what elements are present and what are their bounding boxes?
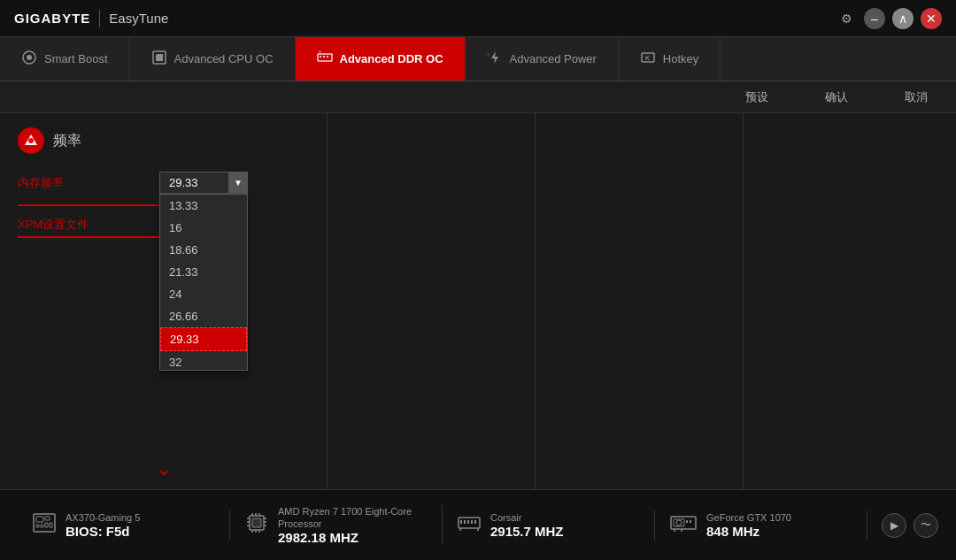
tab-advanced-ddr-oc[interactable]: +Advanced DDR OC [296, 37, 466, 81]
brand-gigabyte: GIGABYTE [14, 11, 90, 26]
minimize-button[interactable]: – [864, 8, 885, 29]
dropdown-item-18.66[interactable]: 18.66 [160, 239, 247, 261]
gpu-icon [669, 510, 698, 541]
tab-advanced-power[interactable]: +Advanced Power [466, 37, 619, 81]
play-button[interactable]: ▶ [882, 513, 906, 538]
svg-rect-40 [467, 520, 469, 524]
dropdown-item-13.33[interactable]: 13.33 [160, 195, 247, 217]
dropdown-item-24[interactable]: 24 [160, 283, 247, 305]
svg-rect-42 [474, 520, 476, 524]
red-divider [18, 204, 159, 206]
svg-rect-39 [464, 520, 466, 524]
hotkey-label: Hotkey [663, 52, 698, 65]
svg-rect-19 [36, 525, 39, 527]
status-ram-text: Corsair 2915.7 MHZ [490, 511, 564, 539]
tab-smart-boost[interactable]: Smart Boost [0, 37, 130, 81]
svg-rect-49 [690, 520, 691, 523]
motherboard-bios: BIOS: F5d [66, 524, 140, 539]
svg-rect-38 [460, 520, 462, 524]
svg-text:+: + [319, 50, 321, 54]
svg-rect-22 [50, 523, 52, 527]
svg-rect-6 [320, 56, 321, 58]
settings-button[interactable]: ⚙ [836, 8, 857, 29]
tab-advanced-cpu-oc[interactable]: +Advanced CPU OC [130, 37, 296, 81]
svg-text:+: + [155, 51, 158, 57]
wave-button[interactable]: 〜 [914, 513, 938, 538]
svg-point-47 [676, 520, 682, 525]
gpu-freq: 848 MHz [706, 524, 791, 539]
xpm-red-divider [18, 236, 159, 238]
status-cpu: AMD Ryzen 7 1700 Eight-Core Processor 29… [230, 505, 443, 546]
dropdown-item-26.66[interactable]: 26.66 [160, 305, 247, 327]
dropdown-list[interactable]: 13.331618.6621.332426.6629.3332 [159, 194, 248, 371]
title-bar: GIGABYTE EasyTune ⚙ – ∧ ✕ [0, 0, 956, 37]
status-gpu: GeForce GTX 1070 848 MHz [655, 510, 867, 541]
tab-bar: Smart Boost+Advanced CPU OC+Advanced DDR… [0, 37, 956, 81]
section-header: 频率 [18, 127, 309, 154]
ram-freq: 2915.7 MHZ [490, 524, 564, 539]
svg-rect-24 [252, 518, 261, 527]
action-bar: 预设 确认 取消 [0, 81, 956, 113]
svg-rect-8 [327, 56, 328, 58]
brand-separator [99, 10, 100, 27]
svg-rect-41 [471, 520, 473, 524]
dropdown-arrow-icon: ▼ [228, 172, 248, 194]
memory-frequency-row: 内存频率 29.33 ▼ 13.331618.6621.332426.6629.… [18, 172, 309, 194]
svg-rect-17 [36, 517, 43, 522]
motherboard-icon [32, 510, 57, 541]
dropdown-item-16[interactable]: 16 [160, 217, 247, 239]
dropdown-item-32[interactable]: 32 [160, 351, 247, 371]
advanced-power-icon: + [487, 50, 503, 69]
cpu-name: AMD Ryzen 7 1700 Eight-Core Processor [278, 505, 428, 531]
svg-rect-48 [686, 520, 688, 523]
advanced-cpu-oc-icon: + [151, 50, 167, 69]
section-title: 频率 [53, 132, 81, 150]
title-controls: ⚙ – ∧ ✕ [836, 8, 942, 29]
svg-point-1 [27, 55, 32, 60]
cpu-icon [244, 510, 269, 541]
motherboard-name: AX370-Gaming 5 [66, 511, 140, 524]
status-ram: Corsair 2915.7 MHZ [443, 510, 655, 541]
memory-frequency-label: 内存频率 [18, 175, 159, 191]
status-motherboard-text: AX370-Gaming 5 BIOS: F5d [66, 511, 140, 539]
restore-button[interactable]: ∧ [892, 8, 914, 29]
ram-icon [457, 510, 482, 541]
advanced-power-label: Advanced Power [510, 52, 597, 65]
status-bar: AX370-Gaming 5 BIOS: F5d [0, 489, 956, 560]
brand-easytune: EasyTune [109, 11, 168, 26]
dropdown-value: 29.33 [169, 176, 198, 189]
svg-rect-7 [323, 56, 325, 58]
svg-rect-21 [45, 523, 48, 527]
close-button[interactable]: ✕ [921, 8, 942, 29]
confirm-button[interactable]: 确认 [814, 86, 859, 109]
left-panel: 频率 内存频率 29.33 ▼ 13.331618.6621.332426.66… [0, 113, 328, 489]
tab-hotkey[interactable]: KHotkey [619, 37, 721, 81]
status-motherboard: AX370-Gaming 5 BIOS: F5d [18, 510, 230, 541]
preset-button[interactable]: 预设 [735, 86, 779, 109]
advanced-ddr-oc-icon: + [317, 50, 333, 69]
advanced-cpu-oc-label: Advanced CPU OC [174, 52, 274, 65]
cancel-button[interactable]: 取消 [894, 86, 938, 109]
svg-marker-10 [491, 51, 498, 64]
svg-rect-45 [671, 517, 696, 529]
svg-text:K: K [645, 55, 650, 61]
main-content: 频率 内存频率 29.33 ▼ 13.331618.6621.332426.66… [0, 113, 956, 489]
status-controls: ▶ 〜 [867, 513, 938, 538]
title-left: GIGABYTE EasyTune [14, 10, 168, 27]
right-panel [328, 113, 956, 489]
svg-rect-20 [41, 525, 43, 527]
dropdown-item-21.33[interactable]: 21.33 [160, 261, 247, 283]
svg-text:+: + [487, 51, 490, 57]
section-icon [18, 127, 44, 154]
svg-rect-18 [45, 517, 50, 520]
advanced-ddr-oc-label: Advanced DDR OC [340, 52, 443, 65]
right-divider-2 [743, 113, 744, 489]
dropdown-item-29.33[interactable]: 29.33 [160, 327, 247, 351]
smart-boost-icon [21, 50, 37, 69]
memory-frequency-dropdown[interactable]: 29.33 ▼ 13.331618.6621.332426.6629.3332 [159, 172, 248, 194]
hotkey-icon: K [640, 50, 656, 69]
status-gpu-text: GeForce GTX 1070 848 MHz [706, 511, 791, 539]
gpu-name: GeForce GTX 1070 [706, 511, 791, 524]
xpm-label: XPM设置文件 [18, 217, 159, 233]
smart-boost-label: Smart Boost [44, 52, 108, 65]
